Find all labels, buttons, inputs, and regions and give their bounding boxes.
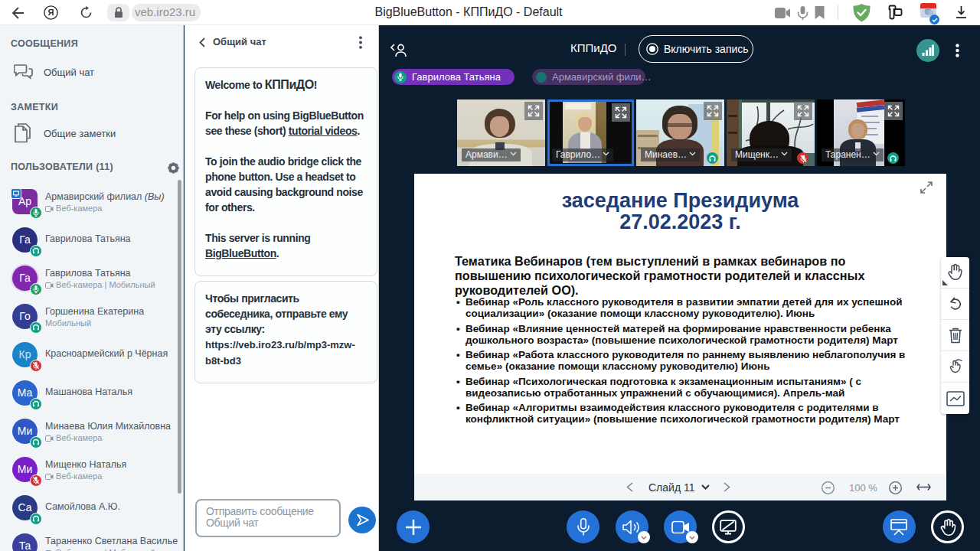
svg-text:Я: Я	[48, 8, 54, 17]
